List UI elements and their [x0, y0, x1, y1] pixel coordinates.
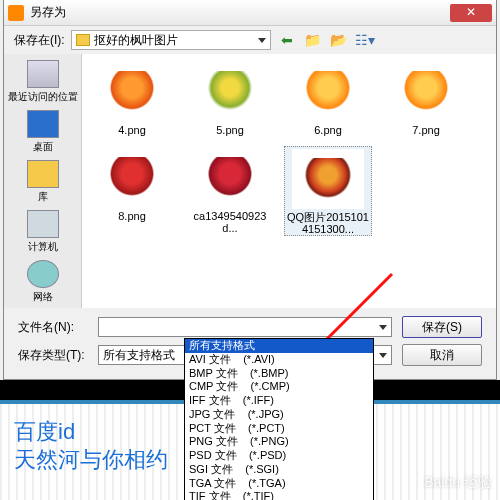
- dropdown-option[interactable]: BMP 文件 (*.BMP): [185, 367, 373, 381]
- file-item[interactable]: 5.png: [186, 60, 274, 136]
- sidebar-network[interactable]: 网络: [8, 258, 78, 306]
- dropdown-option[interactable]: IFF 文件 (*.IFF): [185, 394, 373, 408]
- dropdown-option[interactable]: AVI 文件 (*.AVI): [185, 353, 373, 367]
- chevron-down-icon: [258, 38, 266, 43]
- file-item[interactable]: ca1349540923d...: [186, 146, 274, 236]
- up-icon[interactable]: 📁: [303, 30, 323, 50]
- file-thumbnail: [96, 62, 168, 122]
- library-icon: [27, 160, 59, 188]
- filename-label: 文件名(N):: [18, 319, 88, 336]
- file-thumbnail: [390, 62, 462, 122]
- dropdown-option[interactable]: CMP 文件 (*.CMP): [185, 380, 373, 394]
- folder-name: 抠好的枫叶图片: [94, 32, 178, 49]
- leaf-icon: [403, 71, 449, 113]
- window-title: 另存为: [30, 4, 450, 21]
- sidebar-library[interactable]: 库: [8, 158, 78, 206]
- file-item[interactable]: 6.png: [284, 60, 372, 136]
- watermark-text: 百度id 天然河与你相约: [14, 418, 168, 473]
- leaf-icon: [207, 71, 253, 113]
- file-thumbnail: [292, 62, 364, 122]
- chevron-down-icon: [379, 325, 387, 330]
- leaf-icon: [109, 157, 155, 199]
- cancel-button[interactable]: 取消: [402, 344, 482, 366]
- filetype-dropdown[interactable]: 所有支持格式 AVI 文件 (*.AVI)BMP 文件 (*.BMP)CMP 文…: [184, 338, 374, 500]
- places-sidebar: 最近访问的位置 桌面 库 计算机 网络: [4, 54, 82, 308]
- leaf-icon: [207, 157, 253, 199]
- save-in-combo[interactable]: 抠好的枫叶图片: [71, 30, 271, 50]
- file-name: 6.png: [284, 124, 372, 136]
- dropdown-option[interactable]: JPG 文件 (*.JPG): [185, 408, 373, 422]
- chevron-down-icon: [379, 353, 387, 358]
- file-name: 8.png: [88, 210, 176, 222]
- file-name: 7.png: [382, 124, 470, 136]
- save-as-dialog: 另存为 ✕ 保存在(I): 抠好的枫叶图片 ⬅ 📁 📂 ☷▾ 最近访问的位置 桌…: [3, 0, 497, 380]
- file-list[interactable]: 4.png5.png6.png7.png8.pngca1349540923d..…: [82, 54, 496, 308]
- file-thumbnail: [292, 149, 364, 209]
- dropdown-option[interactable]: PNG 文件 (*.PNG): [185, 435, 373, 449]
- leaf-icon: [305, 71, 351, 113]
- toolbar: 保存在(I): 抠好的枫叶图片 ⬅ 📁 📂 ☷▾: [4, 26, 496, 54]
- dropdown-option[interactable]: PSD 文件 (*.PSD): [185, 449, 373, 463]
- save-button[interactable]: 保存(S): [402, 316, 482, 338]
- file-item[interactable]: 4.png: [88, 60, 176, 136]
- file-name: 4.png: [88, 124, 176, 136]
- dropdown-option[interactable]: PCT 文件 (*.PCT): [185, 422, 373, 436]
- dropdown-option[interactable]: SGI 文件 (*.SGI): [185, 463, 373, 477]
- file-thumbnail: [194, 62, 266, 122]
- sidebar-recent[interactable]: 最近访问的位置: [8, 58, 78, 106]
- file-thumbnail: [194, 148, 266, 208]
- baidu-watermark: Baidu 经验: [424, 474, 492, 492]
- recent-icon: [27, 60, 59, 88]
- computer-icon: [27, 210, 59, 238]
- file-name: ca1349540923d...: [186, 210, 274, 234]
- dropdown-option[interactable]: TGA 文件 (*.TGA): [185, 477, 373, 491]
- dropdown-option-highlighted[interactable]: 所有支持格式: [185, 339, 373, 353]
- new-folder-icon[interactable]: 📂: [329, 30, 349, 50]
- file-item[interactable]: 7.png: [382, 60, 470, 136]
- filetype-label: 保存类型(T):: [18, 347, 88, 364]
- file-item[interactable]: 8.png: [88, 146, 176, 236]
- back-icon[interactable]: ⬅: [277, 30, 297, 50]
- sidebar-desktop[interactable]: 桌面: [8, 108, 78, 156]
- leaf-icon: [305, 158, 351, 200]
- save-in-label: 保存在(I):: [14, 32, 65, 49]
- app-icon: [8, 5, 24, 21]
- close-button[interactable]: ✕: [450, 4, 492, 22]
- file-thumbnail: [96, 148, 168, 208]
- desktop-icon: [27, 110, 59, 138]
- sidebar-computer[interactable]: 计算机: [8, 208, 78, 256]
- folder-icon: [76, 34, 90, 46]
- filename-input[interactable]: [98, 317, 392, 337]
- file-name: QQ图片20151014151300...: [285, 211, 371, 235]
- network-icon: [27, 260, 59, 288]
- titlebar[interactable]: 另存为 ✕: [4, 0, 496, 26]
- file-item[interactable]: QQ图片20151014151300...: [284, 146, 372, 236]
- file-name: 5.png: [186, 124, 274, 136]
- view-menu-icon[interactable]: ☷▾: [355, 30, 375, 50]
- dropdown-option[interactable]: TIF 文件 (*.TIF): [185, 490, 373, 500]
- leaf-icon: [109, 71, 155, 113]
